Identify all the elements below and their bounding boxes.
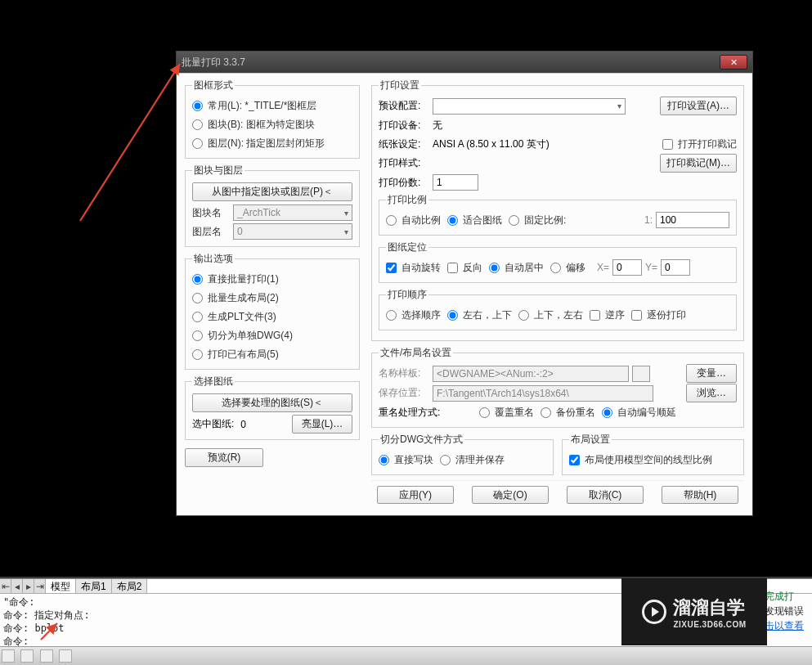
stamp-button[interactable]: 打印戳记(M)… <box>660 154 737 173</box>
stamp-label[interactable]: 打开打印戳记 <box>678 137 737 151</box>
status-cell[interactable] <box>40 649 53 663</box>
paper-value: ANSI A (8.50 x 11.00 英寸) <box>433 137 550 151</box>
dup-auto-label[interactable]: 自动编号顺延 <box>617 406 676 420</box>
tab-layout1[interactable]: 布局1 <box>76 579 112 593</box>
variables-button[interactable]: 变量… <box>686 364 737 383</box>
output-splitdwg-radio[interactable] <box>192 330 203 341</box>
select-drawings-button[interactable]: 选择要处理的图纸(S)＜ <box>192 393 352 412</box>
output-layouts-label[interactable]: 批量生成布局(2) <box>208 291 279 305</box>
highlight-button[interactable]: 亮显(L)… <box>292 415 352 434</box>
frame-layer-radio[interactable] <box>192 138 203 149</box>
tab-last-icon[interactable]: ⇥ <box>34 579 46 593</box>
frame-layer-label[interactable]: 图层(N): 指定图层封闭矩形 <box>208 137 325 151</box>
center-label[interactable]: 自动居中 <box>505 261 544 275</box>
preview-button[interactable]: 预览(R) <box>185 448 263 467</box>
dup-over-label[interactable]: 覆盖重名 <box>495 406 534 420</box>
output-splitdwg-label[interactable]: 切分为单独DWG(4) <box>208 329 293 343</box>
model-linetype-label[interactable]: 布局使用模型空间的线型比例 <box>585 453 712 467</box>
dup-bak-radio[interactable] <box>541 407 551 418</box>
order-lr-radio[interactable] <box>447 310 458 321</box>
order-rev-checkbox[interactable] <box>590 310 600 321</box>
device-label: 打印设备: <box>379 119 429 133</box>
output-direct-label[interactable]: 直接批量打印(1) <box>208 272 279 286</box>
scale-fixed-radio[interactable] <box>509 215 519 226</box>
order-rev-label[interactable]: 逆序 <box>605 308 625 322</box>
output-layouts-radio[interactable] <box>192 293 203 303</box>
frame-block-label[interactable]: 图块(B): 图框为特定图块 <box>208 118 315 132</box>
tab-next-icon[interactable]: ▸ <box>23 579 34 593</box>
output-plt-label[interactable]: 生成PLT文件(3) <box>208 310 276 324</box>
frame-block-radio[interactable] <box>192 119 203 130</box>
output-plt-radio[interactable] <box>192 312 203 322</box>
frame-common-label[interactable]: 常用(L): *_TITLE/*图框层 <box>208 99 316 113</box>
pick-from-drawing-button[interactable]: 从图中指定图块或图层(P)＜ <box>192 182 352 201</box>
dup-bak-label[interactable]: 备份重名 <box>556 406 595 420</box>
output-direct-radio[interactable] <box>192 274 203 285</box>
stamp-checkbox[interactable] <box>662 139 673 150</box>
model-linetype-checkbox[interactable] <box>569 455 580 465</box>
order-each-checkbox[interactable] <box>631 310 642 321</box>
dup-auto-radio[interactable] <box>602 407 612 418</box>
offset-x-input[interactable] <box>612 259 642 276</box>
autorotate-label[interactable]: 自动旋转 <box>402 261 441 275</box>
reverse-checkbox[interactable] <box>447 263 458 273</box>
tab-model[interactable]: 模型 <box>46 579 76 593</box>
style-label: 打印样式: <box>379 156 429 170</box>
apply-button[interactable]: 应用(Y) <box>377 486 454 504</box>
copies-label: 打印份数: <box>379 176 429 190</box>
help-button[interactable]: 帮助(H) <box>662 486 738 504</box>
scale-fixed-label[interactable]: 固定比例: <box>524 213 566 227</box>
scale-fit-label[interactable]: 适合图纸 <box>463 213 502 227</box>
split-clean-label[interactable]: 清理并保存 <box>455 453 505 467</box>
order-each-label[interactable]: 逐份打印 <box>647 308 686 322</box>
browse-button[interactable]: 浏览… <box>686 384 737 402</box>
ok-button[interactable]: 确定(O) <box>472 486 549 504</box>
status-cell[interactable] <box>20 649 34 663</box>
tab-prev-icon[interactable]: ◂ <box>11 579 23 593</box>
order-sel-label[interactable]: 选择顺序 <box>402 308 441 322</box>
autorotate-checkbox[interactable] <box>386 263 397 273</box>
output-existing-radio[interactable] <box>192 349 203 360</box>
block-name-select[interactable]: _ArchTick▾ <box>233 204 352 221</box>
scale-ratio-input[interactable] <box>656 212 729 228</box>
scale-auto-radio[interactable] <box>386 215 397 226</box>
frame-common-radio[interactable] <box>192 101 203 111</box>
cancel-button[interactable]: 取消(C) <box>567 486 644 504</box>
center-radio[interactable] <box>489 263 500 273</box>
split-direct-label[interactable]: 直接写块 <box>394 453 433 467</box>
offset-y-input[interactable] <box>661 259 690 276</box>
output-options-legend: 输出选项 <box>192 252 235 266</box>
order-ud-radio[interactable] <box>518 310 529 321</box>
order-lr-label[interactable]: 左右，上下 <box>463 308 512 322</box>
reverse-label[interactable]: 反向 <box>463 261 482 275</box>
print-settings-button[interactable]: 打印设置(A)… <box>660 97 737 115</box>
close-button[interactable]: ✕ <box>720 55 747 70</box>
play-icon <box>642 600 666 624</box>
order-ud-label[interactable]: 上下，左右 <box>534 308 583 322</box>
order-sel-radio[interactable] <box>386 310 397 321</box>
duplicate-label: 重名处理方式: <box>379 406 440 420</box>
status-cell[interactable] <box>2 649 15 663</box>
output-options-group: 输出选项 直接批量打印(1) 批量生成布局(2) 生成PLT文件(3) 切分为单… <box>185 252 360 370</box>
orientation-legend: 图纸定位 <box>386 240 428 254</box>
layer-name-select[interactable]: 0▾ <box>233 223 352 240</box>
block-layer-legend: 图块与图层 <box>192 164 244 177</box>
print-order-legend: 打印顺序 <box>386 288 428 302</box>
split-direct-radio[interactable] <box>379 455 389 465</box>
split-clean-radio[interactable] <box>440 455 451 465</box>
copies-input[interactable] <box>433 174 478 191</box>
filename-settings-group: 文件/布局名设置 名称样板: 变量… 保存位置: 浏览… 重名处理方式: <box>371 346 744 428</box>
chevron-down-icon: ▾ <box>617 101 621 110</box>
tab-layout2[interactable]: 布局2 <box>112 579 148 593</box>
offset-label[interactable]: 偏移 <box>566 261 585 275</box>
tab-first-icon[interactable]: ⇤ <box>0 579 11 593</box>
offset-radio[interactable] <box>550 263 561 273</box>
status-cell[interactable] <box>59 649 72 663</box>
scale-fit-radio[interactable] <box>447 215 458 226</box>
print-scale-group: 打印比例 自动比例 适合图纸 固定比例: 1: <box>379 193 737 236</box>
dup-over-radio[interactable] <box>479 407 490 418</box>
dialog-titlebar[interactable]: 批量打印 3.3.7 ✕ <box>177 52 752 73</box>
scale-auto-label[interactable]: 自动比例 <box>402 213 441 227</box>
preset-select[interactable]: ▾ <box>433 98 626 115</box>
output-existing-label[interactable]: 打印已有布局(5) <box>208 348 279 362</box>
